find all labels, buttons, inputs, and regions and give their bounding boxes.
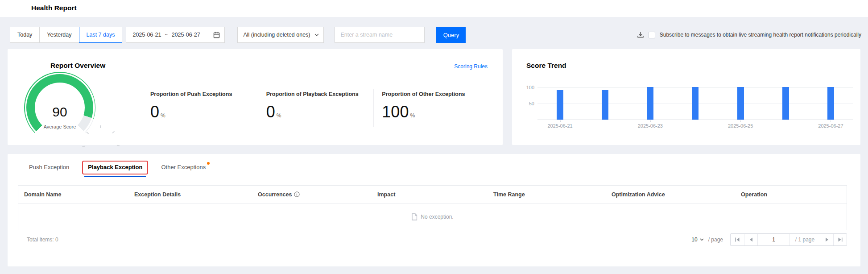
- score-bar: [737, 87, 744, 120]
- stat-label: Proportion of Push Exceptions: [150, 91, 258, 97]
- range-button-yesterday[interactable]: Yesterday: [39, 27, 79, 43]
- per-page-label: / page: [708, 237, 723, 243]
- previous-page-button[interactable]: [744, 234, 757, 245]
- next-page-button[interactable]: [820, 234, 833, 245]
- tab-playback-exception[interactable]: Playback Exception: [88, 164, 142, 177]
- column-impact: Impact: [372, 191, 488, 198]
- empty-text: No exception.: [421, 214, 453, 220]
- date-separator: ~: [165, 32, 168, 38]
- tabs-divider: [21, 177, 847, 177]
- tab-push-exception[interactable]: Push Exception: [29, 164, 69, 177]
- stat-other-exceptions: Proportion of Other Exceptions 100%: [373, 89, 489, 127]
- score-bar: [647, 87, 653, 120]
- date-end: 2025-06-27: [172, 32, 200, 38]
- exceptions-card: Push Exception Playback Exception Other …: [8, 154, 860, 266]
- average-score-gauge: 90 Average Score: [22, 70, 104, 143]
- column-domain-name: Domain Name: [18, 191, 128, 198]
- score-bar: [557, 90, 563, 120]
- top-header-bar: Health Report: [0, 0, 868, 17]
- pager-controls: 1 / 1 page: [730, 233, 847, 246]
- total-items-label: Total items: 0: [27, 237, 58, 243]
- stat-value: 100%: [382, 103, 489, 121]
- filter-toolbar: Today Yesterday Last 7 days 2025-06-21 ~…: [10, 27, 861, 43]
- report-overview-title: Report Overview: [50, 62, 105, 70]
- stat-push-exceptions: Proportion of Push Exceptions 0%: [142, 89, 258, 127]
- average-score-caption: Average Score: [22, 124, 98, 129]
- y-axis-label-50: 50: [519, 101, 534, 106]
- range-button-last-7-days[interactable]: Last 7 days: [79, 27, 123, 43]
- score-trend-title: Score Trend: [526, 62, 566, 70]
- scoring-rules-link[interactable]: Scoring Rules: [454, 63, 488, 70]
- query-button[interactable]: Query: [436, 27, 466, 43]
- page-size-select[interactable]: 10: [691, 237, 703, 243]
- score-bar: [692, 87, 699, 120]
- document-icon: [411, 213, 417, 220]
- x-axis-tick-label: [673, 120, 718, 129]
- score-bar: [782, 87, 789, 120]
- notification-dot: [207, 162, 210, 165]
- download-icon[interactable]: [637, 31, 644, 38]
- info-icon[interactable]: [294, 191, 300, 197]
- stream-scope-select[interactable]: All (including deleted ones): [237, 27, 324, 43]
- chevron-down-icon: [314, 33, 319, 36]
- exception-tabs: Push Exception Playback Exception Other …: [29, 164, 224, 177]
- chevron-down-icon: [700, 238, 704, 241]
- x-axis-tick-label: [763, 120, 808, 129]
- stat-playback-exceptions: Proportion of Playback Exceptions 0%: [258, 89, 374, 127]
- subscribe-label: Subscribe to messages to obtain live str…: [660, 32, 861, 38]
- subscribe-checkbox[interactable]: [649, 32, 655, 38]
- total-pages-label: / 1 page: [789, 234, 820, 245]
- last-page-button[interactable]: [833, 234, 847, 245]
- tab-other-exceptions[interactable]: Other Exceptions: [161, 164, 206, 177]
- page-size-value: 10: [691, 237, 697, 243]
- column-exception-details: Exception Details: [128, 191, 252, 198]
- stream-name-input[interactable]: [335, 27, 425, 43]
- x-axis-tick-label: [583, 120, 628, 129]
- stat-label: Proportion of Playback Exceptions: [266, 91, 374, 97]
- score-bar: [602, 90, 608, 120]
- current-page-input[interactable]: 1: [757, 234, 789, 245]
- subscribe-area: Subscribe to messages to obtain live str…: [637, 27, 861, 43]
- column-occurrences: Occurrences: [252, 191, 372, 198]
- exceptions-table: Domain Name Exception Details Occurrence…: [18, 185, 847, 230]
- report-overview-card: Report Overview Scoring Rules 90 Average…: [8, 49, 503, 145]
- score-bars: [537, 87, 853, 120]
- score-bar: [827, 87, 834, 120]
- column-optimization-advice: Optimization Advice: [606, 191, 735, 198]
- score-trend-plot: [537, 87, 853, 120]
- first-page-button[interactable]: [731, 234, 744, 245]
- x-axis-tick-label: 2025-06-27: [808, 120, 853, 129]
- exception-proportion-stats: Proportion of Push Exceptions 0% Proport…: [142, 89, 489, 127]
- x-axis-tick-label: 2025-06-25: [718, 120, 763, 129]
- x-axis-labels: 2025-06-212025-06-232025-06-252025-06-27: [537, 120, 853, 129]
- stat-value: 0%: [266, 103, 374, 121]
- pagination: 10 / page 1 / 1 page: [691, 233, 847, 246]
- date-range-picker[interactable]: 2025-06-21 ~ 2025-06-27: [126, 27, 225, 43]
- column-time-range: Time Range: [488, 191, 606, 198]
- score-trend-card: Score Trend 100 50 2025-06-212025-06-232…: [512, 49, 860, 145]
- column-operation: Operation: [735, 191, 847, 198]
- average-score-value: 90: [22, 104, 98, 120]
- x-axis-tick-label: 2025-06-21: [537, 120, 583, 129]
- stat-label: Proportion of Other Exceptions: [382, 91, 489, 97]
- range-button-today[interactable]: Today: [10, 27, 40, 43]
- x-axis-tick-label: 2025-06-23: [628, 120, 673, 129]
- table-header-row: Domain Name Exception Details Occurrence…: [18, 186, 847, 203]
- calendar-icon[interactable]: [213, 32, 220, 38]
- page-title: Health Report: [31, 4, 77, 12]
- y-axis-label-100: 100: [519, 85, 534, 90]
- date-start: 2025-06-21: [132, 32, 161, 38]
- stat-value: 0%: [150, 103, 258, 121]
- table-empty-state: No exception.: [18, 203, 847, 230]
- stream-scope-selected-value: All (including deleted ones): [243, 32, 310, 38]
